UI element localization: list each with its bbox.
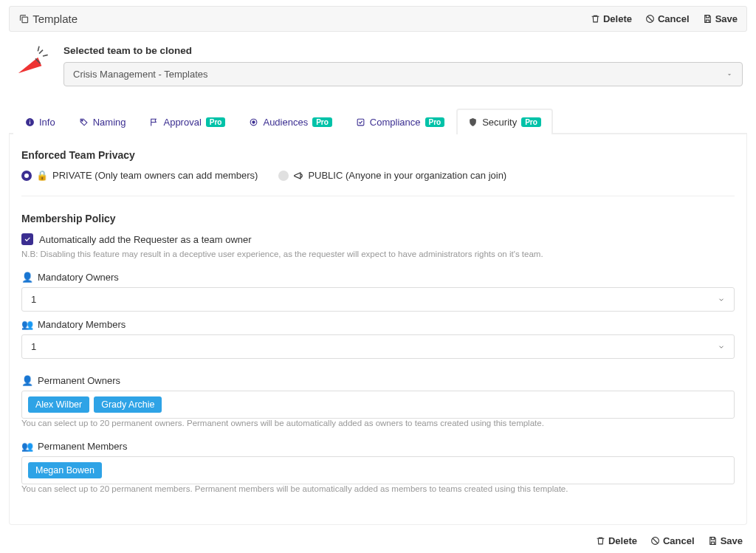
cancel-icon bbox=[650, 536, 660, 546]
chevron-down-icon bbox=[718, 343, 725, 351]
svg-point-4 bbox=[30, 120, 30, 120]
cancel-button[interactable]: Cancel bbox=[650, 535, 695, 546]
save-button[interactable]: Save bbox=[708, 535, 743, 546]
svg-rect-3 bbox=[30, 121, 30, 124]
clone-team-select[interactable]: Crisis Management - Templates bbox=[63, 62, 743, 86]
svg-rect-8 bbox=[357, 119, 364, 126]
member-chip[interactable]: Megan Bowen bbox=[28, 462, 102, 478]
header-actions: Delete Cancel Save bbox=[591, 13, 738, 24]
target-icon bbox=[249, 117, 258, 127]
cancel-icon bbox=[645, 14, 655, 24]
chevron-down-icon bbox=[726, 71, 733, 78]
delete-button[interactable]: Delete bbox=[591, 13, 632, 24]
mandatory-owners-label: 👤 Mandatory Owners bbox=[21, 272, 735, 283]
tab-naming[interactable]: Naming bbox=[67, 109, 138, 134]
radio-selected-icon bbox=[21, 171, 32, 181]
privacy-public-option[interactable]: PUBLIC (Anyone in your organization can … bbox=[278, 170, 506, 181]
pro-badge: Pro bbox=[425, 117, 445, 127]
security-panel: Enforced Team Privacy 🔒 PRIVATE (Only te… bbox=[9, 134, 747, 525]
membership-title: Membership Policy bbox=[21, 213, 735, 224]
mandatory-members-label: 👥 Mandatory Members bbox=[21, 319, 735, 330]
clone-label: Selected team to be cloned bbox=[63, 45, 743, 56]
megaphone-icon bbox=[13, 45, 50, 82]
permanent-owners-hint: You can select up to 20 permanent owners… bbox=[21, 419, 735, 427]
tag-icon bbox=[79, 117, 89, 127]
clone-section: Selected team to be cloned Crisis Manage… bbox=[9, 45, 747, 86]
clone-right: Selected team to be cloned Crisis Manage… bbox=[63, 45, 743, 86]
mandatory-owners-value: 1 bbox=[31, 294, 36, 305]
page-header: Template Delete Cancel Save bbox=[9, 6, 747, 32]
mandatory-owners-select[interactable]: 1 bbox=[21, 287, 735, 312]
mandatory-members-select[interactable]: 1 bbox=[21, 334, 735, 359]
permanent-owners-label: 👤 Permanent Owners bbox=[21, 375, 735, 386]
permanent-owners-input[interactable]: Alex Wilber Grady Archie bbox=[21, 391, 735, 419]
svg-point-5 bbox=[81, 120, 83, 122]
tab-info[interactable]: Info bbox=[13, 109, 67, 134]
shield-icon bbox=[468, 117, 478, 127]
checkbox-icon bbox=[356, 117, 365, 127]
tab-approval[interactable]: Approval Pro bbox=[137, 109, 237, 134]
info-icon bbox=[25, 117, 35, 127]
owner-chip[interactable]: Alex Wilber bbox=[28, 396, 89, 413]
svg-point-7 bbox=[252, 121, 255, 123]
svg-rect-0 bbox=[22, 17, 28, 23]
checkbox-checked-icon bbox=[21, 233, 33, 245]
mandatory-members-value: 1 bbox=[31, 341, 36, 352]
tab-compliance[interactable]: Compliance Pro bbox=[344, 109, 456, 134]
lock-icon: 🔒 bbox=[36, 170, 48, 181]
footer-actions: Delete Cancel Save bbox=[9, 525, 747, 549]
radio-unselected-icon bbox=[278, 171, 289, 181]
pro-badge: Pro bbox=[521, 117, 541, 127]
save-icon bbox=[708, 536, 718, 546]
privacy-options: 🔒 PRIVATE (Only team owners can add memb… bbox=[21, 170, 735, 196]
cancel-button[interactable]: Cancel bbox=[645, 13, 690, 24]
auto-requester-row[interactable]: Automatically add the Requester as a tea… bbox=[21, 233, 735, 245]
member-icon: 👥 bbox=[21, 441, 33, 452]
tabs: Info Naming Approval Pro Audiences Pro C… bbox=[9, 107, 747, 134]
delete-button[interactable]: Delete bbox=[596, 535, 637, 546]
tab-audiences[interactable]: Audiences Pro bbox=[237, 109, 343, 134]
auto-requester-hint: N.B: Disabling this feature may result i… bbox=[21, 250, 735, 258]
pro-badge: Pro bbox=[312, 117, 332, 127]
permanent-members-hint: You can select up to 20 permanent member… bbox=[21, 484, 735, 493]
trash-icon bbox=[591, 14, 600, 24]
tab-security[interactable]: Security Pro bbox=[456, 109, 553, 134]
owner-icon: 👤 bbox=[21, 272, 33, 283]
privacy-private-option[interactable]: 🔒 PRIVATE (Only team owners can add memb… bbox=[21, 170, 258, 181]
page-title: Template bbox=[18, 13, 78, 25]
chevron-down-icon bbox=[718, 296, 725, 303]
privacy-title: Enforced Team Privacy bbox=[21, 149, 735, 161]
clone-team-selected: Crisis Management - Templates bbox=[73, 69, 208, 80]
save-button[interactable]: Save bbox=[703, 13, 738, 24]
megaphone-small-icon bbox=[293, 171, 303, 181]
permanent-members-input[interactable]: Megan Bowen bbox=[21, 456, 735, 484]
save-icon bbox=[703, 14, 712, 24]
pro-badge: Pro bbox=[206, 117, 226, 127]
trash-icon bbox=[596, 536, 605, 546]
page-title-text: Template bbox=[32, 13, 78, 25]
copy-icon bbox=[18, 13, 30, 24]
member-icon: 👥 bbox=[21, 319, 33, 330]
flag-icon bbox=[149, 117, 159, 127]
owner-chip[interactable]: Grady Archie bbox=[94, 396, 162, 413]
permanent-members-label: 👥 Permanent Members bbox=[21, 441, 735, 452]
owner-icon: 👤 bbox=[21, 375, 33, 386]
